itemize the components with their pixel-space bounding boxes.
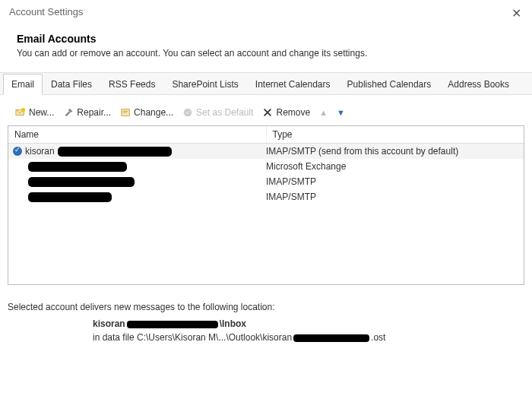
tab-address-books[interactable]: Address Books	[439, 74, 518, 94]
redacted-text	[58, 147, 172, 157]
cell-name: kisoran	[13, 146, 266, 157]
col-name[interactable]: Name	[8, 126, 267, 143]
cell-name	[13, 177, 266, 187]
cell-type: IMAP/SMTP (send from this account by def…	[266, 146, 519, 157]
intro-section: Email Accounts You can add or remove an …	[0, 24, 532, 72]
redacted-text	[127, 321, 218, 328]
cell-type: Microsoft Exchange	[266, 161, 519, 172]
email-panel: New... Repair... Change... Set as Defaul…	[8, 100, 524, 285]
delivery-file: in data file C:\Users\Kisoran M\...\Outl…	[93, 332, 524, 343]
toolbar: New... Repair... Change... Set as Defaul…	[8, 100, 524, 125]
cell-type: IMAP/SMTP	[266, 192, 519, 202]
move-down-button[interactable]: ▼	[334, 106, 348, 119]
tab-email[interactable]: Email	[3, 74, 43, 95]
close-icon[interactable]: ✕	[511, 6, 521, 21]
table-row[interactable]: Microsoft Exchange	[8, 159, 524, 174]
redacted-text	[28, 177, 135, 187]
tab-sharepoint-lists[interactable]: SharePoint Lists	[163, 74, 246, 94]
delivery-path: kisoran\Inbox	[93, 318, 524, 329]
tab-published-calendars[interactable]: Published Calendars	[339, 74, 440, 94]
arrow-up-icon: ▲	[319, 108, 328, 117]
tab-data-files[interactable]: Data Files	[43, 74, 100, 94]
tabs: Email Data Files RSS Feeds SharePoint Li…	[0, 72, 532, 95]
tab-internet-calendars[interactable]: Internet Calendars	[247, 74, 339, 94]
intro-heading: Email Accounts	[17, 33, 515, 45]
status-area: Selected account delivers new messages t…	[0, 293, 532, 352]
remove-x-icon	[262, 107, 273, 118]
svg-point-1	[21, 108, 25, 112]
cell-name	[13, 192, 266, 202]
cell-type: IMAP/SMTP	[266, 176, 519, 187]
redacted-text	[293, 334, 369, 342]
change-icon	[120, 107, 131, 118]
table-header: Name Type	[8, 126, 524, 144]
remove-button[interactable]: Remove	[259, 106, 313, 119]
repair-button[interactable]: Repair...	[60, 106, 114, 119]
col-type[interactable]: Type	[267, 126, 524, 143]
cell-name	[13, 162, 266, 172]
tab-rss-feeds[interactable]: RSS Feeds	[100, 74, 163, 94]
redacted-text	[28, 162, 127, 172]
new-button[interactable]: New...	[12, 106, 57, 119]
status-intro: Selected account delivers new messages t…	[8, 302, 524, 312]
default-badge-icon	[13, 147, 22, 156]
arrow-down-icon: ▼	[337, 108, 345, 117]
table-row[interactable]: kisoran IMAP/SMTP (send from this accoun…	[8, 144, 524, 159]
change-button[interactable]: Change...	[117, 106, 176, 119]
envelope-new-icon	[15, 107, 26, 118]
dialog-title: Account Settings	[9, 6, 84, 17]
check-circle-icon	[182, 107, 193, 118]
set-default-button: Set as Default	[179, 106, 256, 119]
move-up-button: ▲	[316, 106, 331, 119]
accounts-table: Name Type kisoran IMAP/SMTP (send from t…	[8, 125, 524, 285]
table-row[interactable]: IMAP/SMTP	[8, 174, 524, 189]
svg-point-3	[184, 109, 192, 117]
table-row[interactable]: IMAP/SMTP	[8, 189, 524, 204]
redacted-text	[28, 192, 112, 202]
dialog-header: Account Settings ✕	[0, 0, 532, 24]
intro-desc: You can add or remove an account. You ca…	[17, 48, 515, 59]
wrench-icon	[63, 107, 74, 118]
